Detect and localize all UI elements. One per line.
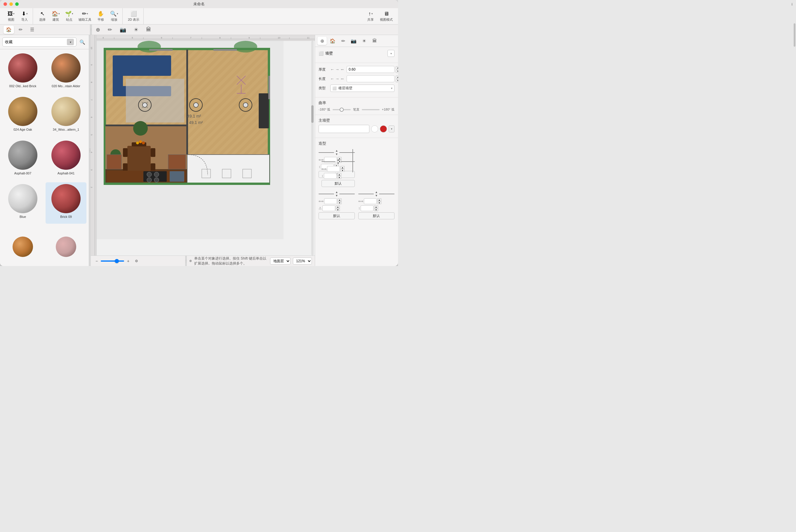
canvas-area[interactable]: 4 5 6 7 8 9 10 11 12: [91, 35, 315, 266]
wall-color-dropdown[interactable]: ▾: [388, 126, 395, 132]
tab-house[interactable]: 🏠: [3, 26, 14, 34]
zoom-level-select[interactable]: 121%: [293, 258, 312, 265]
profile-down-br-2[interactable]: ▼: [374, 208, 378, 211]
profile-input-bl-2[interactable]: [322, 205, 335, 211]
profile-input-bl-1[interactable]: [324, 198, 337, 204]
site-button[interactable]: 🌱 ▾ 站点: [63, 10, 76, 23]
minimize-button[interactable]: [10, 2, 13, 6]
profile-up-tr-1[interactable]: ▲: [341, 166, 345, 169]
profile-arrow-down-tr[interactable]: ▼: [337, 162, 340, 165]
canvas-viewport[interactable]: macdo.cn macdo.cn: [97, 41, 315, 255]
search-button[interactable]: 🔍: [78, 38, 87, 46]
material-item-8[interactable]: Brick 09: [46, 182, 87, 223]
profile-arrow-up-br[interactable]: ▲: [375, 190, 378, 194]
rp-icon-house[interactable]: 🏠: [328, 37, 337, 45]
zoom-slider[interactable]: [101, 261, 124, 262]
wall-color-red[interactable]: [380, 126, 387, 132]
length-up[interactable]: ▲: [396, 76, 398, 79]
canvas-scrollbar[interactable]: [311, 41, 313, 255]
camera-icon[interactable]: 📷: [119, 26, 127, 34]
share-button[interactable]: ↑ ▾ 共享: [364, 10, 377, 23]
wall-color-white[interactable]: [371, 126, 378, 132]
thickness-arr3[interactable]: ↔: [340, 67, 344, 72]
profile-default-tr[interactable]: 默认: [322, 180, 355, 187]
auxiliary-button[interactable]: ✏ ▾ 辅助工具: [76, 10, 94, 23]
thickness-arr2[interactable]: →: [335, 67, 339, 72]
profile-default-br[interactable]: 默认: [358, 212, 395, 219]
material-item-10[interactable]: [46, 226, 87, 264]
search-input[interactable]: [5, 40, 66, 44]
length-input[interactable]: [347, 75, 395, 82]
length-arr1[interactable]: ←: [330, 76, 334, 81]
thickness-down[interactable]: ▼: [396, 70, 398, 73]
building-icon[interactable]: 🏛: [145, 26, 152, 34]
zoom-out-button[interactable]: −: [94, 258, 100, 264]
profile-arrow-up-tr[interactable]: ▲: [337, 158, 340, 161]
view-mode-button[interactable]: 🖥 视图模式: [378, 10, 395, 23]
material-item-6[interactable]: Asphalt-041: [46, 139, 87, 180]
profile-input-tr-2[interactable]: [324, 173, 337, 179]
rp-icon-sun[interactable]: ☀: [359, 37, 369, 45]
type-dropdown[interactable]: ⬜ 楼层墙壁 ▾: [330, 84, 395, 92]
curve-track[interactable]: [332, 109, 350, 110]
move-button[interactable]: ✋ 平移: [94, 10, 107, 23]
length-down[interactable]: ▼: [396, 79, 398, 82]
material-item-3[interactable]: 024 Age Oak: [2, 95, 43, 136]
profile-up-tr-2[interactable]: ▲: [337, 173, 341, 176]
build-button[interactable]: 🏠 ▾ 建筑: [49, 10, 62, 23]
rp-icon-camera[interactable]: 📷: [349, 37, 358, 45]
profile-up-br-1[interactable]: ▲: [377, 198, 381, 201]
search-dropdown-btn[interactable]: ▾: [67, 39, 74, 45]
view-button[interactable]: 🖼 ▾ 视图: [5, 10, 18, 23]
select-button[interactable]: ↖ 选择: [36, 10, 49, 23]
sun-icon[interactable]: ☀: [133, 26, 139, 34]
material-item-4[interactable]: 34_Woo...attern_1: [46, 95, 87, 136]
material-item-2[interactable]: 020 Mo...ntain Alder: [46, 52, 87, 93]
close-button[interactable]: [3, 2, 7, 6]
material-item-1[interactable]: 002 Old...ked Brick: [2, 52, 43, 93]
profile-down-tr-1[interactable]: ▼: [341, 169, 345, 172]
cursor-icon[interactable]: ⊕: [95, 26, 101, 34]
fullscreen-button[interactable]: [15, 2, 19, 6]
wall-color-bar[interactable]: [319, 125, 369, 133]
profile-down-bl-1[interactable]: ▼: [338, 201, 342, 204]
material-item-5[interactable]: Asphalt-007: [2, 139, 43, 180]
zoom-button[interactable]: 🔍 ▾ 缩放: [108, 10, 121, 23]
length-arr3[interactable]: ↔: [340, 76, 344, 81]
zoom-settings-button[interactable]: ⚙: [133, 258, 139, 264]
tab-pencil[interactable]: ✏: [15, 26, 26, 34]
profile-down-tr-2[interactable]: ▼: [337, 176, 341, 179]
profile-up-bl-1[interactable]: ▲: [338, 198, 342, 201]
thickness-up[interactable]: ▲: [396, 66, 398, 70]
pen-icon[interactable]: ✏: [107, 26, 113, 34]
wall-dropdown-btn[interactable]: ▾: [387, 50, 395, 57]
profile-arrow-up-bl[interactable]: ▲: [335, 190, 338, 194]
profile-up-br-2[interactable]: ▲: [374, 205, 378, 208]
profile-up-bl-2[interactable]: ▲: [336, 205, 340, 208]
profile-input-br-1[interactable]: [364, 198, 377, 204]
floor-select[interactable]: 地面层: [270, 258, 291, 265]
display2d-button[interactable]: ⬜ 2D 表示: [126, 10, 142, 23]
thickness-arr1[interactable]: ←: [330, 67, 334, 72]
profile-arrow-up-tl[interactable]: ▲: [335, 149, 338, 152]
tab-list[interactable]: ☰: [27, 26, 37, 34]
rp-icon-select[interactable]: ⊕: [318, 37, 327, 45]
floor-plan-svg[interactable]: 49.1 m²: [97, 41, 284, 239]
thickness-input[interactable]: [347, 66, 395, 73]
material-item-9[interactable]: [2, 226, 43, 264]
profile-arrow-down-tl[interactable]: ▼: [335, 153, 338, 156]
profile-down-bl-2[interactable]: ▼: [336, 208, 340, 211]
material-item-7[interactable]: Blue: [2, 182, 43, 223]
curve-track-2[interactable]: [362, 109, 380, 110]
profile-down-br-1[interactable]: ▼: [377, 201, 381, 204]
profile-arrow-down-bl[interactable]: ▼: [335, 194, 338, 197]
length-arr2[interactable]: →: [335, 76, 339, 81]
profile-default-bl[interactable]: 默认: [319, 212, 355, 219]
zoom-in-button[interactable]: +: [125, 258, 131, 264]
rp-icon-pen[interactable]: ✏: [339, 37, 348, 45]
profile-arrow-down-br[interactable]: ▼: [375, 194, 378, 197]
import-button[interactable]: ⬇ ▾ 导入: [18, 10, 31, 23]
profile-input-br-2[interactable]: [361, 205, 374, 211]
profile-input-tr-1[interactable]: [327, 166, 340, 172]
rp-icon-building[interactable]: 🏛: [370, 37, 379, 45]
